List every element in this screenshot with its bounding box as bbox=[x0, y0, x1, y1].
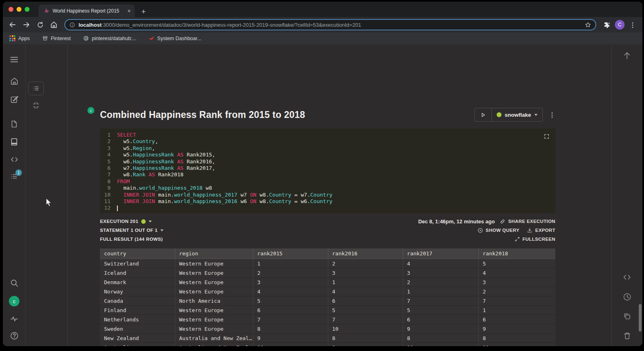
bookmark-github[interactable]: pinterest/datahub:... bbox=[83, 35, 137, 41]
bookmark-star-icon[interactable] bbox=[584, 21, 591, 28]
delete-trash-icon[interactable] bbox=[623, 331, 632, 342]
home-button[interactable] bbox=[48, 19, 60, 30]
table-cell: Western Europe bbox=[175, 259, 253, 268]
share-execution-button[interactable]: SHARE EXECUTION bbox=[499, 218, 555, 225]
table-cell: 2 bbox=[403, 278, 478, 287]
browser-chrome: World Happiness Report (2015 × + localho… bbox=[3, 2, 642, 44]
back-button[interactable] bbox=[7, 19, 18, 30]
table-row: DenmarkWestern Europe3123 bbox=[100, 278, 555, 287]
column-header: rank2018 bbox=[478, 248, 555, 259]
code-line[interactable]: 3 w5.Region, bbox=[102, 145, 551, 152]
fullscreen-result-button[interactable]: FULLSCREEN bbox=[514, 236, 555, 242]
table-cell: Denmark bbox=[100, 278, 175, 287]
result-table: countryregionrank2015rank2016rank2017ran… bbox=[100, 248, 555, 346]
activity-pulse-icon[interactable] bbox=[10, 314, 19, 323]
tab-close-icon[interactable]: × bbox=[127, 8, 132, 14]
show-query-button[interactable]: SHOW QUERY bbox=[477, 227, 519, 233]
compose-doc-icon[interactable] bbox=[10, 95, 19, 104]
menu-hamburger-icon[interactable] bbox=[9, 55, 19, 64]
code-line[interactable]: 4 w5.HappinessRank AS Rank2015, bbox=[102, 152, 551, 158]
zoom-window-button[interactable] bbox=[25, 7, 30, 12]
code-line[interactable]: 6 w7.HappinessRank AS Rank2017, bbox=[102, 165, 551, 171]
vertical-scrollbar[interactable] bbox=[639, 304, 642, 332]
execution-selector[interactable]: EXECUTION 201 bbox=[100, 219, 152, 224]
export-button[interactable]: EXPORT bbox=[527, 227, 555, 233]
code-nav-icon[interactable] bbox=[10, 155, 19, 164]
site-info-icon[interactable] bbox=[69, 22, 75, 28]
scroll-to-top-icon[interactable] bbox=[622, 51, 632, 62]
table-cell: Australia and New Zeal… bbox=[175, 334, 253, 343]
code-line[interactable]: 10 INNER JOIN main.world_happiness_2017 … bbox=[102, 192, 551, 198]
eye-icon bbox=[477, 227, 483, 233]
code-line[interactable]: 11 INNER JOIN main.world_happiness_2016 … bbox=[102, 198, 551, 205]
url-text: localhost:3000/demo_environment/datadoc/… bbox=[79, 22, 581, 28]
lists-nav-icon[interactable]: 1 bbox=[10, 172, 19, 181]
window-controls bbox=[3, 2, 34, 17]
table-cell: Norway bbox=[100, 287, 175, 296]
bookmark-apps[interactable]: Apps bbox=[9, 35, 30, 41]
line-number: 4 bbox=[102, 152, 117, 158]
line-number: 6 bbox=[102, 165, 117, 171]
run-query-button[interactable] bbox=[475, 108, 492, 121]
table-cell: 7 bbox=[478, 296, 555, 306]
browser-profile-avatar[interactable]: C bbox=[615, 20, 625, 30]
collapse-cells-icon[interactable] bbox=[32, 101, 40, 110]
code-line[interactable]: 2 w5.Country, bbox=[102, 138, 551, 145]
editor-fullscreen-icon[interactable] bbox=[544, 133, 550, 141]
table-cell: 9 bbox=[253, 334, 328, 343]
copy-icon[interactable] bbox=[623, 312, 632, 323]
full-result-label: FULL RESULT (144 ROWS) bbox=[100, 237, 163, 242]
table-cell: 7 bbox=[253, 315, 328, 324]
table-cell: 8 bbox=[253, 324, 328, 334]
datadoc-content: c Combined Happiness Rank from 2015 to 2… bbox=[68, 44, 611, 346]
new-tab-button[interactable]: + bbox=[141, 8, 146, 15]
table-cell: 4 bbox=[478, 268, 555, 278]
cell-author-avatar: c bbox=[87, 107, 94, 114]
close-window-button[interactable] bbox=[9, 7, 13, 12]
contents-list-button[interactable] bbox=[28, 81, 44, 95]
table-cell: Switzerland bbox=[100, 259, 175, 268]
code-line[interactable]: 7 w8.Rank AS Rank2018 bbox=[102, 171, 551, 178]
help-icon[interactable] bbox=[10, 331, 19, 340]
bookmark-pinterest[interactable]: Pinterest bbox=[42, 35, 71, 41]
code-line[interactable]: 5 w6.HappinessRank AS Rank2016, bbox=[102, 158, 551, 165]
code-panel-icon[interactable] bbox=[622, 272, 632, 284]
code-line[interactable]: 1SELECT bbox=[102, 132, 551, 138]
minimize-window-button[interactable] bbox=[17, 7, 21, 12]
browser-menu-icon[interactable]: ⋮ bbox=[627, 21, 638, 29]
querybook-app: 1 c c Combined Happiness Rank from 2015 … bbox=[3, 44, 642, 346]
table-cell: 4 bbox=[403, 259, 478, 268]
history-clock-icon[interactable] bbox=[623, 292, 632, 303]
table-row: SwedenWestern Europe81099 bbox=[100, 324, 555, 334]
cell-menu-icon[interactable]: ⋮ bbox=[549, 111, 555, 119]
cell-title[interactable]: Combined Happiness Rank from 2015 to 201… bbox=[100, 109, 305, 120]
table-cell: 6 bbox=[403, 315, 478, 324]
search-icon[interactable] bbox=[10, 278, 19, 288]
code-line[interactable]: 9 main.world_happiness_2018 w8 bbox=[102, 185, 551, 191]
home-nav-icon[interactable] bbox=[10, 77, 19, 86]
table-cell: Finland bbox=[100, 306, 175, 315]
book-nav-icon[interactable] bbox=[10, 137, 19, 146]
user-avatar[interactable]: c bbox=[9, 296, 19, 306]
extensions-icon[interactable] bbox=[601, 19, 612, 30]
code-line[interactable]: 8FROM bbox=[102, 178, 551, 185]
file-nav-icon[interactable] bbox=[10, 120, 19, 128]
execution-status-dot bbox=[141, 219, 146, 224]
bookmark-system-dashboard[interactable]: System Dashboar... bbox=[149, 36, 201, 41]
engine-status-dot bbox=[497, 112, 502, 117]
table-cell: 1 bbox=[478, 306, 555, 315]
table-cell: 10 bbox=[253, 343, 328, 347]
reload-button[interactable] bbox=[34, 19, 46, 30]
doc-contents-rail bbox=[26, 44, 68, 346]
engine-selector[interactable]: snowflake bbox=[492, 108, 542, 121]
url-bar[interactable]: localhost:3000/demo_environment/datadoc/… bbox=[64, 19, 596, 30]
code-line[interactable]: 12 bbox=[102, 205, 551, 211]
line-number: 1 bbox=[102, 132, 117, 138]
expand-icon bbox=[514, 236, 520, 242]
statement-selector[interactable]: STATEMENT 1 OUT OF 1 bbox=[100, 228, 164, 233]
table-header-row: countryregionrank2015rank2016rank2017ran… bbox=[100, 248, 555, 259]
forward-button[interactable] bbox=[21, 19, 32, 30]
sql-editor[interactable]: 1SELECT2 w5.Country,3 w5.Region,4 w5.Hap… bbox=[100, 128, 555, 213]
line-number: 2 bbox=[102, 138, 117, 145]
browser-tab[interactable]: World Happiness Report (2015 × bbox=[38, 4, 135, 17]
